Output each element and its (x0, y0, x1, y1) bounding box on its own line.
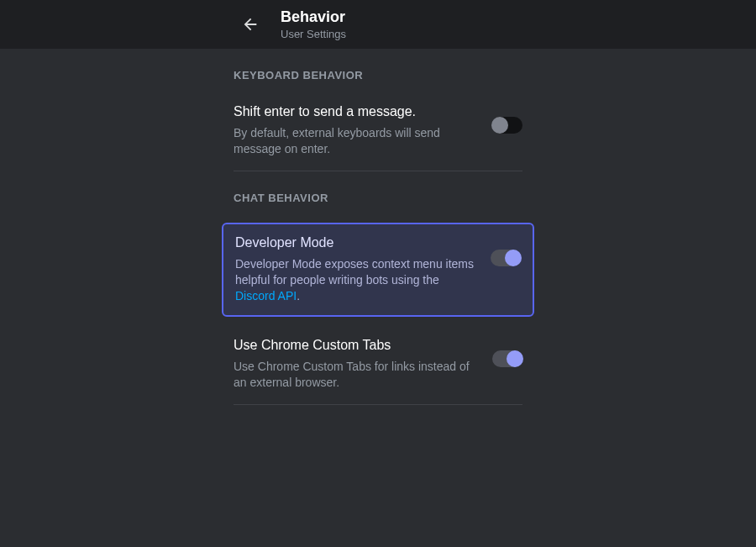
setting-text: Developer Mode Developer Mode exposes co… (235, 234, 477, 304)
back-button[interactable] (235, 9, 265, 39)
app-header: Behavior User Settings (0, 0, 756, 49)
toggle-knob (507, 350, 523, 367)
toggle-chrome-tabs[interactable] (492, 350, 522, 367)
toggle-knob (491, 117, 508, 134)
divider (234, 404, 522, 405)
settings-panel: KEYBOARD BEHAVIOR Shift enter to send a … (218, 49, 538, 405)
page-subtitle: User Settings (281, 28, 346, 41)
toggle-developer-mode[interactable] (491, 250, 521, 266)
setting-title: Developer Mode (235, 234, 477, 251)
setting-title: Use Chrome Custom Tabs (234, 337, 479, 354)
section-header-keyboard: KEYBOARD BEHAVIOR (234, 49, 522, 92)
setting-title: Shift enter to send a message. (234, 103, 479, 120)
setting-desc: By default, external keyboards will send… (234, 125, 479, 157)
setting-desc: Use Chrome Custom Tabs for links instead… (234, 359, 479, 391)
section-header-chat: CHAT BEHAVIOR (234, 171, 522, 214)
discord-api-link[interactable]: Discord API (235, 289, 297, 302)
desc-prefix: Developer Mode exposes context menu item… (235, 257, 474, 287)
desc-suffix: . (297, 289, 300, 302)
setting-desc: Developer Mode exposes context menu item… (235, 256, 477, 304)
setting-developer-mode: Developer Mode Developer Mode exposes co… (222, 223, 534, 318)
page-title: Behavior (281, 8, 346, 27)
toggle-knob (505, 250, 522, 266)
setting-text: Use Chrome Custom Tabs Use Chrome Custom… (234, 337, 479, 391)
setting-chrome-tabs: Use Chrome Custom Tabs Use Chrome Custom… (234, 325, 522, 404)
content-area: KEYBOARD BEHAVIOR Shift enter to send a … (218, 49, 538, 405)
arrow-left-icon (241, 15, 260, 34)
setting-shift-enter: Shift enter to send a message. By defaul… (234, 92, 522, 171)
setting-text: Shift enter to send a message. By defaul… (234, 103, 479, 157)
toggle-shift-enter[interactable] (492, 117, 522, 134)
header-titles: Behavior User Settings (281, 8, 346, 40)
